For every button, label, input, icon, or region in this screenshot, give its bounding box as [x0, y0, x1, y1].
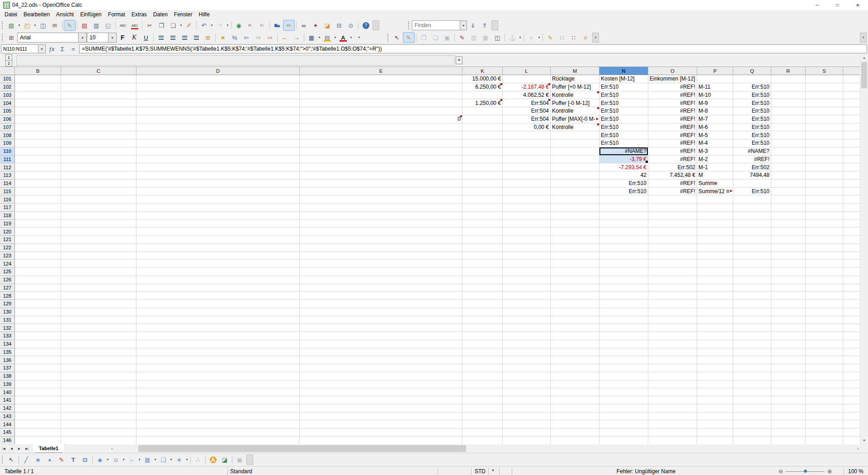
- cell-O101[interactable]: Einkommen [M-12]: [648, 75, 697, 83]
- cell-M121[interactable]: [551, 236, 599, 244]
- cell-P120[interactable]: [697, 228, 733, 236]
- data-sources-button[interactable]: ⊟: [333, 20, 345, 31]
- cell-C126[interactable]: [61, 276, 137, 284]
- status-selection-mode[interactable]: STD: [475, 466, 486, 475]
- cell-N146[interactable]: [599, 437, 648, 444]
- cell-D140[interactable]: [137, 388, 300, 396]
- scroll-left-icon[interactable]: ‹: [108, 445, 116, 452]
- find-input[interactable]: [412, 22, 460, 28]
- cell-P133[interactable]: [697, 332, 733, 340]
- cell-S111[interactable]: [806, 156, 843, 164]
- row-header-139[interactable]: 139: [0, 380, 15, 389]
- row-header-127[interactable]: 127: [0, 284, 15, 292]
- cell-S131[interactable]: [806, 316, 843, 324]
- cell-K130[interactable]: [462, 308, 503, 316]
- cell-C143[interactable]: [61, 413, 137, 421]
- column-header-K[interactable]: K: [462, 67, 503, 75]
- cell-B104[interactable]: [15, 99, 61, 107]
- cell-D116[interactable]: [137, 195, 300, 204]
- cell-K146[interactable]: [462, 437, 503, 444]
- row-header-130[interactable]: 130: [0, 308, 15, 316]
- cell-O114[interactable]: #REF!: [648, 180, 697, 188]
- cell-M117[interactable]: [551, 204, 599, 212]
- toolbar-grip[interactable]: [408, 21, 410, 29]
- cell-C109[interactable]: [61, 139, 137, 147]
- cell-D104[interactable]: [137, 99, 300, 107]
- cell-T146[interactable]: [843, 437, 860, 444]
- cell-Q126[interactable]: [733, 276, 771, 284]
- cell-P111[interactable]: M-2: [697, 156, 733, 164]
- cell-M136[interactable]: [551, 356, 599, 364]
- align-objects-button[interactable]: ≡: [525, 32, 537, 43]
- cell-R114[interactable]: [771, 180, 806, 188]
- cell-P146[interactable]: [697, 437, 733, 444]
- basic-shapes-dropdown-icon[interactable]: ▾: [106, 458, 110, 461]
- insert-chart-button[interactable]: ▆▄: [271, 20, 283, 31]
- cell-L122[interactable]: [503, 244, 551, 252]
- cell-K101[interactable]: 15.000,00 €: [462, 75, 503, 83]
- cell-O141[interactable]: [648, 396, 697, 404]
- cell-D114[interactable]: [137, 180, 300, 188]
- toolbar-grip[interactable]: [387, 33, 389, 42]
- font-color-dropdown-icon[interactable]: ▾: [349, 36, 353, 39]
- cell-R115[interactable]: [771, 188, 806, 196]
- maximize-button[interactable]: □: [827, 0, 848, 10]
- cell-K142[interactable]: [462, 404, 503, 413]
- cell-O128[interactable]: [648, 292, 697, 300]
- cell-L141[interactable]: [503, 396, 551, 404]
- cell-B118[interactable]: [15, 212, 61, 220]
- cell-L127[interactable]: [503, 284, 551, 292]
- cell-S120[interactable]: [806, 228, 843, 236]
- cell-T126[interactable]: [843, 276, 860, 284]
- cell-N136[interactable]: [599, 356, 648, 364]
- cell-M126[interactable]: [551, 276, 599, 284]
- cell-C115[interactable]: [61, 188, 137, 196]
- cell-Q125[interactable]: [733, 268, 771, 276]
- cell-O124[interactable]: [648, 260, 697, 268]
- cell-P119[interactable]: [697, 220, 733, 228]
- cell-M119[interactable]: [551, 220, 599, 228]
- first-sheet-button[interactable]: |◀: [0, 445, 8, 452]
- cell-E108[interactable]: [300, 131, 462, 139]
- cell-E102[interactable]: [300, 83, 462, 91]
- number-format-standard-button[interactable]: $%: [241, 32, 252, 43]
- cell-K117[interactable]: [462, 204, 503, 212]
- sort-ascending-button[interactable]: A↓: [245, 20, 256, 31]
- cell-S122[interactable]: [806, 244, 843, 252]
- cell-E133[interactable]: [300, 332, 462, 340]
- scroll-up-icon[interactable]: ▲: [860, 54, 868, 62]
- cell-T106[interactable]: [843, 115, 860, 124]
- cell-Q120[interactable]: [733, 228, 771, 236]
- cell-S108[interactable]: [806, 131, 843, 139]
- find-previous-button[interactable]: ⇑: [479, 20, 491, 31]
- cell-M140[interactable]: [551, 388, 599, 396]
- cell-D126[interactable]: [137, 276, 300, 284]
- toolbar-more-formatting-button[interactable]: ▾: [353, 32, 365, 43]
- cell-L125[interactable]: [503, 268, 551, 276]
- cell-O102[interactable]: #REF!: [648, 83, 697, 91]
- cell-P115[interactable]: Summe/12 ≡: [697, 188, 733, 196]
- zoom-slider-thumb[interactable]: [804, 470, 807, 473]
- background-color-dropdown-icon[interactable]: ▾: [333, 36, 337, 39]
- cell-E132[interactable]: [300, 324, 462, 332]
- cell-P105[interactable]: M-8: [697, 107, 733, 115]
- cell-B135[interactable]: [15, 348, 61, 356]
- cell-T105[interactable]: [843, 107, 860, 115]
- cell-R139[interactable]: [771, 380, 806, 389]
- cell-M131[interactable]: [551, 316, 599, 324]
- cell-O116[interactable]: [648, 195, 697, 204]
- cell-N137[interactable]: [599, 364, 648, 372]
- row-header-140[interactable]: 140: [0, 388, 15, 396]
- cell-L117[interactable]: [503, 204, 551, 212]
- cell-L104[interactable]: Err:504: [503, 99, 551, 107]
- row-header-146[interactable]: 146: [0, 437, 15, 444]
- zoom-in-icon[interactable]: ⊕: [827, 468, 832, 475]
- cell-N120[interactable]: [599, 228, 648, 236]
- cell-K104[interactable]: 1.250,00 €: [462, 99, 503, 107]
- cell-P143[interactable]: [697, 413, 733, 421]
- cell-Q142[interactable]: [733, 404, 771, 413]
- cell-N123[interactable]: [599, 252, 648, 260]
- cell-E116[interactable]: [300, 195, 462, 204]
- cell-E122[interactable]: [300, 244, 462, 252]
- cell-R143[interactable]: [771, 413, 806, 421]
